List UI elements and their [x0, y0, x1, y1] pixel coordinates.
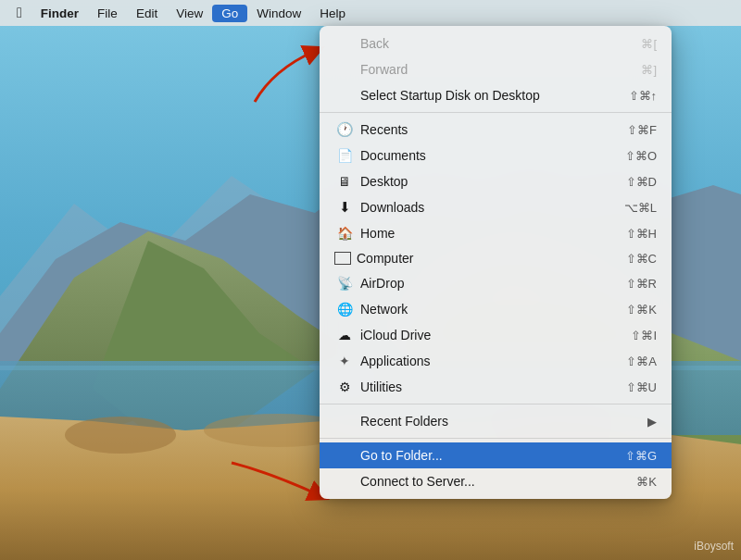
menu-item-utilities[interactable]: ⚙ Utilities ⇧⌘U: [320, 374, 672, 400]
menu-item-recents[interactable]: 🕐 Recents ⇧⌘F: [320, 117, 672, 143]
menubar-window[interactable]: Window: [247, 5, 310, 22]
menu-shortcut-documents: ⇧⌘O: [625, 149, 657, 163]
menu-item-go-to-folder[interactable]: Go to Folder... ⇧⌘G: [320, 442, 672, 468]
network-icon: 🌐: [334, 301, 355, 317]
menu-shortcut-home: ⇧⌘H: [626, 227, 657, 241]
go-to-folder-icon: [334, 447, 355, 464]
menubar-help[interactable]: Help: [310, 5, 355, 22]
menu-arrow-recent-folders: ▶: [647, 415, 657, 429]
menu-item-computer[interactable]: Computer ⇧⌘C: [320, 246, 672, 270]
menu-shortcut-forward: ⌘]: [641, 63, 657, 77]
menu-shortcut-recents: ⇧⌘F: [627, 123, 657, 137]
menu-label-recents: Recents: [360, 122, 627, 137]
desktop-icon: 🖥: [334, 173, 355, 190]
menubar-go[interactable]: Go: [212, 5, 247, 22]
menu-shortcut-airdrop: ⇧⌘R: [626, 277, 657, 291]
menu-separator-1: [320, 112, 672, 113]
menu-label-documents: Documents: [360, 148, 625, 163]
menu-item-applications[interactable]: ✦ Applications ⇧⌘A: [320, 348, 672, 374]
menu-item-home[interactable]: 🏠 Home ⇧⌘H: [320, 220, 672, 246]
menu-shortcut-go-to-folder: ⇧⌘G: [625, 449, 657, 463]
menu-shortcut-startup-disk: ⇧⌘↑: [629, 89, 658, 103]
menu-item-icloud-drive[interactable]: ☁ iCloud Drive ⇧⌘I: [320, 322, 672, 348]
svg-point-9: [65, 417, 176, 454]
menu-shortcut-icloud-drive: ⇧⌘I: [631, 329, 657, 342]
connect-server-icon: [334, 473, 355, 490]
icloud-icon: ☁: [334, 327, 355, 343]
startup-disk-icon: [334, 87, 355, 104]
menu-label-back: Back: [360, 36, 641, 51]
menu-item-recent-folders[interactable]: Recent Folders ▶: [320, 408, 672, 434]
applications-icon: ✦: [334, 353, 355, 369]
go-dropdown-menu: Back ⌘[ Forward ⌘] Select Startup Disk o…: [320, 26, 672, 499]
menu-separator-2: [320, 404, 672, 404]
menu-item-back[interactable]: Back ⌘[: [320, 31, 672, 56]
menu-label-downloads: Downloads: [360, 200, 624, 215]
menu-item-documents[interactable]: 📄 Documents ⇧⌘O: [320, 143, 672, 168]
forward-icon: [334, 61, 355, 78]
menu-shortcut-back: ⌘[: [641, 37, 657, 51]
menubar:  Finder File Edit View Go Window Help: [0, 0, 741, 26]
menu-label-forward: Forward: [360, 62, 641, 77]
menu-label-airdrop: AirDrop: [360, 276, 626, 291]
menu-shortcut-desktop: ⇧⌘D: [626, 175, 657, 189]
menu-item-network[interactable]: 🌐 Network ⇧⌘K: [320, 296, 672, 322]
iboysoft-watermark: iBoysoft: [694, 540, 734, 553]
annotation-arrow-bottom: [222, 454, 315, 509]
airdrop-icon: 📡: [334, 275, 355, 292]
menu-item-desktop[interactable]: 🖥 Desktop ⇧⌘D: [320, 168, 672, 194]
menu-label-icloud-drive: iCloud Drive: [360, 328, 631, 342]
recent-folders-icon: [334, 413, 355, 429]
documents-icon: 📄: [334, 147, 355, 164]
menubar-finder[interactable]: Finder: [31, 5, 88, 22]
menu-separator-3: [320, 438, 672, 439]
menu-item-downloads[interactable]: ⬇ Downloads ⌥⌘L: [320, 194, 672, 220]
menu-label-network: Network: [360, 302, 626, 317]
menu-label-utilities: Utilities: [360, 380, 626, 394]
recents-icon: 🕐: [334, 121, 355, 138]
menu-item-connect-server[interactable]: Connect to Server... ⌘K: [320, 468, 672, 494]
home-icon: 🏠: [334, 225, 355, 242]
menu-label-desktop: Desktop: [360, 174, 626, 189]
menu-label-home: Home: [360, 226, 626, 241]
downloads-icon: ⬇: [334, 199, 355, 216]
menu-item-forward[interactable]: Forward ⌘]: [320, 56, 672, 82]
menu-label-recent-folders: Recent Folders: [360, 414, 647, 429]
menu-label-computer: Computer: [357, 251, 626, 266]
menu-item-airdrop[interactable]: 📡 AirDrop ⇧⌘R: [320, 270, 672, 296]
menu-label-applications: Applications: [360, 354, 626, 368]
computer-icon: [334, 252, 351, 265]
utilities-icon: ⚙: [334, 379, 355, 395]
menu-label-connect-server: Connect to Server...: [360, 474, 636, 489]
menu-shortcut-network: ⇧⌘K: [626, 303, 657, 317]
menu-shortcut-computer: ⇧⌘C: [626, 252, 657, 266]
annotation-arrow-top: [245, 42, 320, 97]
menu-label-go-to-folder: Go to Folder...: [360, 448, 625, 463]
menu-shortcut-connect-server: ⌘K: [636, 475, 657, 489]
menu-shortcut-downloads: ⌥⌘L: [624, 201, 657, 215]
menubar-edit[interactable]: Edit: [127, 5, 167, 22]
menu-label-startup-disk: Select Startup Disk on Desktop: [360, 88, 629, 103]
back-icon: [334, 35, 355, 52]
menu-shortcut-applications: ⇧⌘A: [626, 355, 657, 368]
menubar-view[interactable]: View: [167, 5, 212, 22]
apple-menu[interactable]: : [7, 3, 31, 23]
menubar-file[interactable]: File: [88, 5, 127, 22]
menu-shortcut-utilities: ⇧⌘U: [626, 380, 657, 394]
menu-item-startup-disk[interactable]: Select Startup Disk on Desktop ⇧⌘↑: [320, 82, 672, 108]
